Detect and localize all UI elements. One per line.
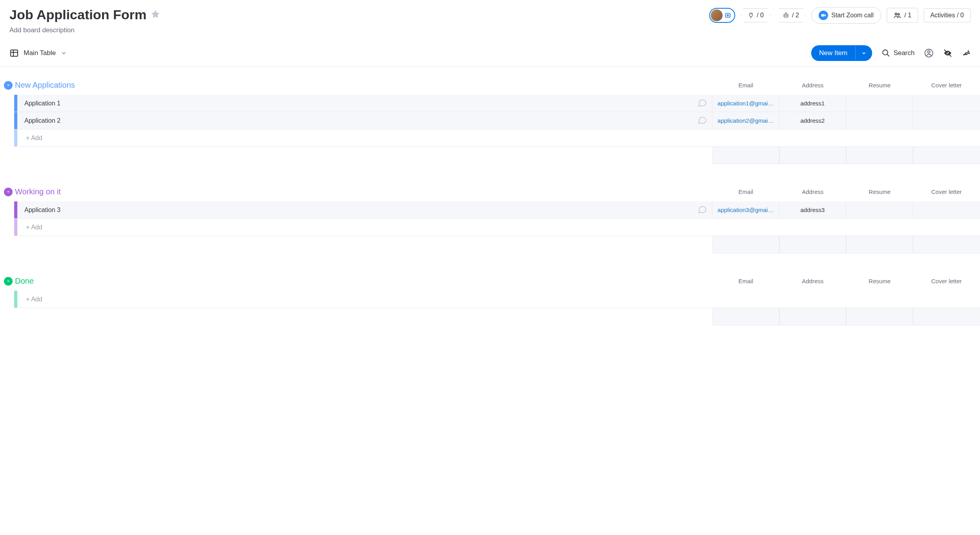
view-switcher[interactable]: Main Table	[9, 48, 67, 58]
group-title[interactable]: Working on it	[15, 187, 61, 196]
chat-icon[interactable]	[697, 115, 707, 127]
svg-point-6	[898, 13, 899, 15]
column-header[interactable]: Email	[712, 186, 779, 197]
summary-cell	[712, 147, 779, 164]
activities-label: Activities / 0	[930, 12, 964, 19]
group-title[interactable]: New Applications	[15, 81, 75, 90]
summary-cell	[913, 147, 980, 164]
resume-cell[interactable]	[846, 201, 913, 218]
group-title[interactable]: Done	[15, 277, 34, 286]
add-row[interactable]: + Add	[14, 129, 980, 147]
column-header[interactable]: Address	[779, 186, 846, 197]
column-header[interactable]: Cover letter	[913, 275, 980, 287]
robot-icon	[782, 12, 790, 19]
summary-cell	[913, 236, 980, 253]
row-color-bar	[14, 291, 17, 308]
activities-button[interactable]: Activities / 0	[924, 8, 971, 22]
chevron-down-icon	[861, 50, 867, 56]
board-description[interactable]: Add board description	[9, 26, 161, 34]
eye-off-icon	[943, 48, 952, 58]
email-cell[interactable]: application3@gmai…	[712, 201, 779, 218]
resume-cell[interactable]	[846, 95, 913, 112]
summary-cell	[712, 308, 779, 325]
add-row[interactable]: + Add	[14, 291, 980, 308]
add-item-input[interactable]: + Add	[17, 291, 980, 308]
viewer-icon	[724, 11, 732, 19]
svg-point-8	[883, 50, 888, 55]
star-icon[interactable]	[150, 9, 161, 20]
row-color-bar	[14, 201, 17, 218]
board-title[interactable]: Job Application Form	[9, 7, 146, 22]
column-header[interactable]: Email	[712, 275, 779, 287]
summary-cell	[712, 236, 779, 253]
item-name-cell[interactable]: Application 3	[17, 201, 712, 218]
summary-cell	[846, 308, 913, 325]
column-header[interactable]: Resume	[846, 79, 913, 91]
avatar	[711, 9, 723, 21]
summary-cell	[913, 308, 980, 325]
column-header[interactable]: Address	[779, 79, 846, 91]
column-header[interactable]: Resume	[846, 186, 913, 197]
pin-button[interactable]	[962, 49, 971, 57]
cover-cell[interactable]	[913, 95, 980, 112]
summary-row	[14, 147, 980, 164]
pin-icon	[962, 49, 971, 57]
address-value: address2	[801, 117, 825, 124]
last-seen-avatar[interactable]	[709, 8, 735, 23]
column-header[interactable]: Resume	[846, 275, 913, 287]
person-filter-button[interactable]	[924, 48, 934, 58]
column-header[interactable]: Cover letter	[913, 79, 980, 91]
chat-icon[interactable]	[697, 204, 707, 216]
members-button[interactable]: / 1	[887, 8, 918, 23]
hide-columns-button[interactable]	[943, 48, 952, 58]
item-name-cell[interactable]: Application 1	[17, 95, 712, 112]
group-header: Working on itEmailAddressResumeCover let…	[4, 186, 980, 201]
new-item-button[interactable]: New Item	[811, 45, 872, 61]
column-headers: EmailAddressResumeCover letter	[712, 186, 980, 197]
resume-cell[interactable]	[846, 112, 913, 129]
cover-cell[interactable]	[913, 201, 980, 218]
address-cell[interactable]: address3	[779, 201, 846, 218]
collapse-button[interactable]	[4, 277, 13, 286]
start-zoom-button[interactable]: Start Zoom call	[811, 7, 881, 24]
column-header[interactable]: Email	[712, 79, 779, 91]
table-row[interactable]: Application 3application3@gmai…address3	[14, 201, 980, 219]
summary-cell	[846, 236, 913, 253]
collapse-button[interactable]	[4, 81, 13, 90]
board-header: Job Application Form Add board descripti…	[0, 0, 980, 37]
row-color-bar	[14, 219, 17, 236]
zoom-icon	[819, 11, 828, 20]
cover-cell[interactable]	[913, 112, 980, 129]
group: DoneEmailAddressResumeCover letter+ Add	[0, 275, 980, 325]
search-label: Search	[893, 49, 915, 57]
summary-cell	[846, 147, 913, 164]
summary-row	[14, 236, 980, 253]
email-cell[interactable]: application1@gmai…	[712, 95, 779, 112]
group-header: DoneEmailAddressResumeCover letter	[4, 275, 980, 291]
automations-button[interactable]: / 2	[776, 8, 806, 22]
email-value: application1@gmai…	[717, 100, 774, 107]
add-item-input[interactable]: + Add	[17, 219, 980, 236]
collapse-button[interactable]	[4, 188, 13, 196]
add-item-input[interactable]: + Add	[17, 129, 980, 146]
address-cell[interactable]: address1	[779, 95, 846, 112]
column-header[interactable]: Address	[779, 275, 846, 287]
svg-point-10	[928, 51, 930, 53]
address-cell[interactable]: address2	[779, 112, 846, 129]
summary-cell	[779, 236, 846, 253]
add-row[interactable]: + Add	[14, 219, 980, 236]
integrations-button[interactable]: / 0	[741, 8, 771, 22]
item-name-cell[interactable]: Application 2	[17, 112, 712, 129]
chat-icon[interactable]	[697, 98, 707, 109]
summary-cell	[779, 147, 846, 164]
column-header[interactable]: Cover letter	[913, 186, 980, 197]
chevron-down-icon	[61, 50, 67, 56]
table-row[interactable]: Application 2application2@gmai…address2	[14, 112, 980, 129]
board-body: New ApplicationsEmailAddressResumeCover …	[0, 67, 980, 363]
row-color-bar	[14, 112, 17, 129]
new-item-dropdown[interactable]	[855, 46, 872, 60]
email-cell[interactable]: application2@gmai…	[712, 112, 779, 129]
table-row[interactable]: Application 1application1@gmai…address1	[14, 95, 980, 112]
automations-count: / 2	[792, 12, 799, 19]
search-button[interactable]: Search	[882, 49, 915, 57]
